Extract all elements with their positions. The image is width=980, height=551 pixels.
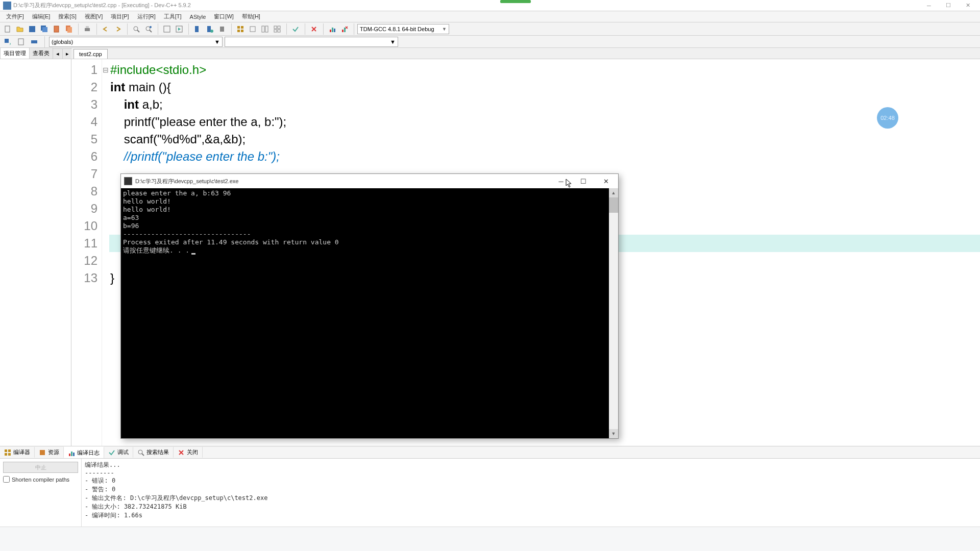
delete-profile-button[interactable] <box>339 23 350 35</box>
run-button[interactable] <box>174 23 185 35</box>
svg-point-13 <box>150 26 152 28</box>
close-file-button[interactable] <box>51 23 62 35</box>
open-file-button[interactable] <box>14 23 26 35</box>
new-file-button[interactable] <box>2 23 13 35</box>
menu-item[interactable]: 编辑[E] <box>28 12 54 21</box>
bottom-tab[interactable]: 编译器 <box>0 447 35 458</box>
compile-run-grid4[interactable] <box>272 23 283 35</box>
compiler-select-value: TDM-GCC 4.8.1 64-bit Debug <box>360 26 434 32</box>
compiler-select[interactable]: TDM-GCC 4.8.1 64-bit Debug ▼ <box>357 24 449 34</box>
svg-rect-39 <box>31 40 37 43</box>
find-button[interactable] <box>131 23 142 35</box>
svg-rect-37 <box>5 39 9 43</box>
menu-item[interactable]: 文件[F] <box>2 12 28 21</box>
console-maximize-button[interactable]: ☐ <box>572 175 595 187</box>
svg-rect-20 <box>220 27 224 32</box>
bottom-tab[interactable]: 编译日志 <box>64 446 104 458</box>
svg-rect-36 <box>344 28 346 32</box>
syntax-check-button[interactable] <box>290 23 301 35</box>
close-button[interactable]: ✕ <box>959 1 977 10</box>
svg-marker-16 <box>178 28 181 31</box>
save-all-button[interactable] <box>39 23 50 35</box>
goto-bookmark-button[interactable] <box>192 23 203 35</box>
compile-run-grid1[interactable] <box>235 23 246 35</box>
compile-log-output[interactable]: 编译结果... -------- - 错误: 0 - 警告: 0 - 输出文件名… <box>82 459 980 531</box>
svg-rect-46 <box>71 452 72 456</box>
compile-button[interactable] <box>161 23 173 35</box>
console-titlebar[interactable]: D:\c学习及程序\devcpp_setup\c\test2.exe ─ ☐ ✕ <box>121 174 618 188</box>
svg-rect-4 <box>54 26 59 32</box>
undo-button[interactable] <box>100 23 111 35</box>
svg-line-12 <box>150 30 152 32</box>
project-tree[interactable] <box>0 59 71 446</box>
svg-rect-6 <box>67 27 72 33</box>
menu-item[interactable]: 工具[T] <box>160 12 186 21</box>
svg-rect-24 <box>241 30 243 32</box>
replace-button[interactable] <box>143 23 154 35</box>
svg-line-49 <box>142 454 144 456</box>
res-icon <box>39 449 46 456</box>
menu-item[interactable]: 帮助[H] <box>238 12 264 21</box>
menu-item[interactable]: 项目[P] <box>107 12 133 21</box>
left-tab[interactable]: 项目管理 <box>0 47 30 59</box>
abort-button[interactable]: 中止 <box>3 462 78 473</box>
windows-taskbar[interactable] <box>0 527 980 551</box>
minimize-button[interactable]: ─ <box>920 1 938 10</box>
console-minimize-button[interactable]: ─ <box>550 175 572 187</box>
svg-rect-22 <box>241 26 243 29</box>
svg-rect-8 <box>86 26 89 28</box>
console-title: D:\c学习及程序\devcpp_setup\c\test2.exe <box>135 178 550 185</box>
shorten-paths-input[interactable] <box>3 476 10 483</box>
save-button[interactable] <box>27 23 38 35</box>
console-output[interactable]: please enter the a, b:63 96 hello world!… <box>121 188 618 438</box>
svg-rect-30 <box>274 30 277 32</box>
svg-rect-27 <box>265 26 268 32</box>
console-close-button[interactable]: ✕ <box>595 175 617 187</box>
svg-rect-47 <box>73 453 75 456</box>
console-scrollbar[interactable]: ▲ ▼ <box>609 188 618 438</box>
redo-button[interactable] <box>112 23 124 35</box>
left-tab[interactable]: ◂ <box>53 48 63 59</box>
bottom-tab[interactable]: 关闭 <box>174 447 203 458</box>
menu-item[interactable]: 窗口[W] <box>210 12 238 21</box>
compile-run-grid2[interactable] <box>247 23 258 35</box>
profile-button[interactable] <box>327 23 338 35</box>
print-button[interactable] <box>82 23 93 35</box>
left-tab[interactable]: 查看类 <box>29 47 53 59</box>
bottom-tab[interactable]: 资源 <box>35 447 64 458</box>
fold-column[interactable]: ⊟ <box>102 59 109 446</box>
scroll-thumb[interactable] <box>609 197 618 213</box>
left-panel-tabs: 项目管理查看类◂▸ <box>0 48 71 59</box>
bottom-tab[interactable]: 搜索结果 <box>133 447 174 458</box>
new-class-button[interactable] <box>2 36 13 47</box>
compile-run-grid3[interactable] <box>259 23 271 35</box>
svg-rect-40 <box>5 449 7 452</box>
app-icon <box>3 2 11 10</box>
svg-rect-38 <box>18 39 23 45</box>
scope-select[interactable]: (globals) ▼ <box>49 37 223 47</box>
check-icon <box>108 449 115 456</box>
bottom-tab[interactable]: 调试 <box>104 447 133 458</box>
svg-point-11 <box>146 27 150 31</box>
shorten-paths-checkbox[interactable]: Shorten compiler paths <box>3 476 78 483</box>
menu-item[interactable]: AStyle <box>186 13 210 21</box>
svg-rect-35 <box>342 30 344 32</box>
menu-item[interactable]: 运行[R] <box>133 12 160 21</box>
svg-rect-23 <box>237 30 240 32</box>
svg-rect-45 <box>69 454 70 456</box>
member-select[interactable]: ▼ <box>225 37 398 47</box>
toggle-bookmark-button[interactable] <box>204 23 215 35</box>
tab-test2[interactable]: test2.cpp <box>74 49 108 59</box>
menu-item[interactable]: 视图[V] <box>81 12 107 21</box>
menu-item[interactable]: 搜索[S] <box>54 12 80 21</box>
maximize-button[interactable]: ☐ <box>939 1 958 10</box>
scroll-down-button[interactable]: ▼ <box>609 429 618 438</box>
abort-compile-button[interactable] <box>308 23 320 35</box>
debug-button[interactable] <box>216 23 228 35</box>
scroll-up-button[interactable]: ▲ <box>609 188 618 197</box>
svg-point-9 <box>134 27 138 31</box>
insert-button[interactable] <box>15 36 27 47</box>
toggle-button[interactable] <box>29 36 40 47</box>
left-tab[interactable]: ▸ <box>62 48 72 59</box>
close-all-button[interactable] <box>63 23 75 35</box>
